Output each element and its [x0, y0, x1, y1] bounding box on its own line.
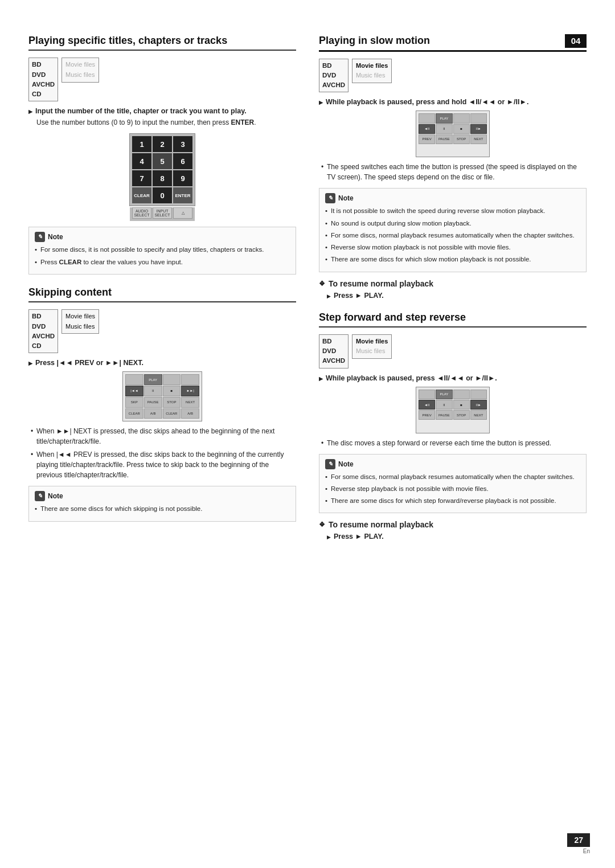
sr-5: PAUSE	[436, 134, 452, 144]
subsection-title-step: To resume normal playback	[319, 520, 587, 529]
disc-files-step: Movie files Music files	[352, 334, 392, 359]
rb-pause: II	[144, 386, 162, 396]
page-lang: En	[583, 848, 590, 854]
note-icon-s1: ✎	[35, 232, 45, 242]
numpad-extra-2: INPUT SELECT	[153, 207, 172, 219]
note-title-s2: ✎ Note	[35, 491, 290, 501]
note-step-2: Reverse step playback is not possible wi…	[325, 484, 580, 494]
rb-next: ►►|	[181, 386, 199, 396]
rb-4: SKP	[125, 397, 144, 408]
page-number: 27	[567, 833, 590, 847]
key-8[interactable]: 8	[153, 170, 172, 186]
note-title-slow: ✎ Note	[325, 193, 580, 203]
bullet-step-1: The disc moves a step forward or reverse…	[319, 438, 587, 448]
key-4[interactable]: 4	[132, 153, 151, 169]
note-slow-4: Reverse slow motion playback is not poss…	[325, 243, 580, 252]
disc-types-slow: BDDVDAVCHD	[319, 59, 348, 93]
note-icon-step: ✎	[325, 459, 335, 469]
remote-image-step: PLAY ◄II II ■ II► PREV PAUSE STOP NEXT	[319, 387, 587, 433]
sr-rev: ◄II	[419, 124, 435, 134]
disc-label-step: BDDVDAVCHD Movie files Music files	[319, 334, 587, 369]
rb-11: A/B	[181, 408, 199, 419]
str-fwd: II►	[470, 400, 487, 410]
sr-3	[470, 113, 487, 123]
disc-types-s2: BDDVDAVCHDCD	[28, 309, 58, 353]
rb-2	[163, 374, 181, 385]
rb-prev: |◄◄	[125, 386, 144, 396]
rb-3	[181, 374, 199, 385]
note-icon-s2: ✎	[35, 491, 45, 501]
key-clear[interactable]: CLEAR	[132, 187, 151, 203]
key-9[interactable]: 9	[173, 170, 192, 186]
instruction-bold-slow: While playback is paused, press and hold…	[319, 98, 587, 106]
disc-types-step: BDDVDAVCHD	[319, 334, 348, 369]
rb-6: STOP	[163, 397, 181, 408]
section-slow-title: Playing in slow motion 04	[319, 34, 587, 52]
rb-10: CLEAR	[163, 408, 181, 419]
numpad: 1 2 3 4 5 6 7 8 9 CLEAR 0 ENTER AU	[28, 133, 296, 221]
str-pause: II	[436, 400, 452, 410]
instruction-bold-s2: Press |◄◄ PREV or ►►| NEXT.	[28, 359, 296, 367]
key-3[interactable]: 3	[173, 136, 192, 152]
remote-image-slow: PLAY ◄II II ■ II► PREV PAUSE STOP NEXT	[319, 110, 587, 157]
note-slow-5: There are some discs for which slow moti…	[325, 255, 580, 264]
disc-label-section1: BDDVDAVCHDCD Movie files Music files	[28, 58, 296, 101]
note-slow-3: For some discs, normal playback resumes …	[325, 231, 580, 240]
note-slow-2: No sound is output during slow motion pl…	[325, 219, 580, 228]
rb-stop: ■	[163, 386, 181, 396]
bullet-slow-1: The speed switches each time the button …	[319, 162, 587, 182]
note-icon-slow: ✎	[325, 193, 335, 203]
note-box-s2: ✎ Note There are some discs for which sk…	[28, 486, 296, 521]
bullet-prev: When |◄◄ PREV is pressed, the disc skips…	[28, 449, 296, 480]
key-1[interactable]: 1	[132, 136, 151, 152]
section-step-title: Step forward and step reverse	[319, 311, 587, 327]
numpad-extra-3: △	[173, 207, 192, 219]
sr-7: NEXT	[470, 134, 487, 144]
str-5: PAUSE	[436, 410, 452, 420]
chapter-badge: 04	[565, 34, 587, 48]
disc-types-s1: BDDVDAVCHDCD	[28, 58, 58, 101]
page-footer: 27 En	[567, 833, 590, 854]
rb-play: PLAY	[144, 374, 162, 385]
note-title-s1: ✎ Note	[35, 232, 290, 242]
key-7[interactable]: 7	[132, 170, 151, 186]
note-step-1: For some discs, normal playback resumes …	[325, 472, 580, 482]
disc-label-section2: BDDVDAVCHDCD Movie files Music files	[28, 309, 296, 353]
sr-1	[419, 113, 435, 123]
key-2[interactable]: 2	[153, 136, 172, 152]
str-2	[453, 390, 470, 399]
str-1	[419, 390, 435, 399]
note-slow-1: It is not possible to switch the speed d…	[325, 206, 580, 216]
press-play-step: Press ► PLAY.	[319, 533, 587, 541]
note-box-slow: ✎ Note It is not possible to switch the …	[319, 188, 587, 272]
note-title-step: ✎ Note	[325, 459, 580, 469]
disc-files-s1: Movie files Music files	[62, 58, 99, 82]
instruction-bold-step: While playback is paused, press ◄II/◄◄ o…	[319, 374, 587, 382]
key-5[interactable]: 5	[153, 153, 172, 169]
note-step-3: There are some discs for which step forw…	[325, 496, 580, 506]
key-0[interactable]: 0	[153, 187, 172, 203]
str-4: PREV	[419, 410, 435, 420]
sr-4: PREV	[419, 134, 435, 144]
str-7: NEXT	[470, 410, 487, 420]
disc-files-slow: Movie files Music files	[352, 59, 392, 83]
sr-2	[453, 113, 470, 123]
rb-5: PAUSE	[144, 397, 162, 408]
note-box-step: ✎ Note For some discs, normal playback r…	[319, 454, 587, 514]
disc-label-slow: BDDVDAVCHD Movie files Music files	[319, 59, 587, 93]
rb-7: NEXT	[181, 397, 199, 408]
str-play: PLAY	[436, 390, 452, 399]
rb-9: A/B	[144, 408, 162, 419]
key-6[interactable]: 6	[173, 153, 192, 169]
section1-title: Playing specific titles, chapters or tra…	[28, 34, 296, 51]
rb-1	[125, 374, 144, 385]
section2-title: Skipping content	[28, 286, 296, 302]
numpad-extra-1: AUDIO SELECT	[132, 207, 151, 219]
str-6: STOP	[453, 410, 470, 420]
note-box-s1: ✎ Note For some discs, it is not possibl…	[28, 227, 296, 275]
key-enter[interactable]: ENTER	[173, 187, 192, 203]
instruction-bold-s1: Input the number of the title, chapter o…	[28, 107, 296, 115]
str-rev: ◄II	[419, 400, 435, 410]
sr-stop: ■	[453, 124, 470, 134]
str-stop: ■	[453, 400, 470, 410]
